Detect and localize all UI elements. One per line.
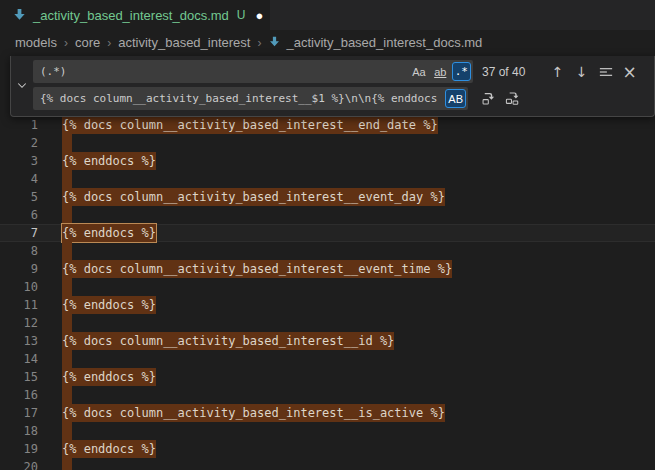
empty-line-find-match bbox=[62, 458, 72, 470]
breadcrumb-file-label: _activity_based_interest_docs.md bbox=[286, 35, 482, 50]
find-row: (.*) Aa ab .* 37 of 40 ↑ ↓ × bbox=[33, 58, 654, 85]
line-content: {% docs column__activity_based_interest_… bbox=[62, 260, 452, 278]
editor-line[interactable]: 3{% enddocs %} bbox=[0, 152, 655, 170]
line-content: {% docs column__activity_based_interest_… bbox=[62, 332, 394, 350]
replace-input-value: {% docs column__activity_based_interest_… bbox=[40, 92, 443, 105]
replace-row: {% docs column__activity_based_interest_… bbox=[33, 85, 654, 112]
editor[interactable]: 1{% docs column__activity_based_interest… bbox=[0, 116, 655, 470]
replace-actions bbox=[475, 88, 523, 109]
editor-tab[interactable]: _activity_based_interest_docs.md U ● bbox=[0, 0, 270, 30]
breadcrumb-separator: › bbox=[107, 36, 111, 50]
empty-line-find-match bbox=[62, 314, 72, 332]
empty-line-find-match bbox=[62, 422, 72, 440]
previous-match-button[interactable]: ↑ bbox=[547, 61, 568, 82]
line-number: 2 bbox=[0, 134, 38, 152]
find-match-highlight: {% docs column__activity_based_interest_… bbox=[62, 188, 445, 206]
line-content bbox=[62, 170, 72, 188]
line-content bbox=[62, 206, 72, 224]
line-number: 15 bbox=[0, 368, 38, 386]
line-number: 9 bbox=[0, 260, 38, 278]
find-match-highlight: {% docs column__activity_based_interest_… bbox=[62, 332, 394, 350]
next-match-button[interactable]: ↓ bbox=[571, 61, 592, 82]
find-input-value: (.*) bbox=[40, 65, 407, 78]
editor-line[interactable]: 2 bbox=[0, 134, 655, 152]
git-status-badge: U bbox=[237, 8, 246, 22]
editor-line[interactable]: 15{% enddocs %} bbox=[0, 368, 655, 386]
find-input[interactable]: (.*) Aa ab .* bbox=[33, 60, 473, 83]
breadcrumb-item-activity-based-interest[interactable]: activity_based_interest bbox=[118, 35, 250, 50]
replace-all-button[interactable] bbox=[502, 88, 523, 109]
empty-line-find-match bbox=[62, 242, 72, 260]
editor-line[interactable]: 11{% enddocs %} bbox=[0, 296, 655, 314]
breadcrumb-item-file[interactable]: _activity_based_interest_docs.md bbox=[268, 35, 482, 50]
editor-line[interactable]: 8 bbox=[0, 242, 655, 260]
line-number: 16 bbox=[0, 386, 38, 404]
editor-line[interactable]: 12 bbox=[0, 314, 655, 332]
line-number: 6 bbox=[0, 206, 38, 224]
editor-line[interactable]: 20 bbox=[0, 458, 655, 470]
editor-line[interactable]: 19{% enddocs %} bbox=[0, 440, 655, 458]
line-content bbox=[62, 458, 72, 470]
find-in-selection-button[interactable] bbox=[595, 61, 616, 82]
editor-line[interactable]: 5{% docs column__activity_based_interest… bbox=[0, 188, 655, 206]
editor-line[interactable]: 6 bbox=[0, 206, 655, 224]
markdown-file-icon bbox=[12, 8, 27, 23]
empty-line-find-match bbox=[62, 386, 72, 404]
find-actions: ↑ ↓ × bbox=[544, 61, 654, 82]
find-match-highlight: {% enddocs %} bbox=[62, 224, 156, 242]
find-match-highlight: {% enddocs %} bbox=[62, 440, 156, 458]
line-number: 20 bbox=[0, 458, 38, 470]
find-match-highlight: {% docs column__activity_based_interest_… bbox=[62, 116, 438, 134]
replace-icon bbox=[481, 91, 496, 106]
whole-word-button[interactable]: ab bbox=[431, 62, 450, 81]
line-content: {% docs column__activity_based_interest_… bbox=[62, 188, 445, 206]
empty-line-find-match bbox=[62, 278, 72, 296]
find-match-highlight: {% docs column__activity_based_interest_… bbox=[62, 260, 452, 278]
breadcrumb: models › core › activity_based_interest … bbox=[0, 30, 655, 55]
toggle-replace-button[interactable] bbox=[11, 58, 33, 112]
line-content bbox=[62, 278, 72, 296]
editor-line[interactable]: 4 bbox=[0, 170, 655, 188]
line-content: {% enddocs %} bbox=[62, 296, 156, 314]
line-content: {% enddocs %} bbox=[62, 152, 156, 170]
line-number: 19 bbox=[0, 440, 38, 458]
replace-input[interactable]: {% docs column__activity_based_interest_… bbox=[33, 87, 468, 110]
empty-line-find-match bbox=[62, 206, 72, 224]
line-number: 7 bbox=[0, 224, 38, 242]
line-content: {% enddocs %} bbox=[62, 224, 156, 242]
editor-line[interactable]: 13{% docs column__activity_based_interes… bbox=[0, 332, 655, 350]
editor-line[interactable]: 7{% enddocs %} bbox=[0, 224, 655, 242]
editor-line[interactable]: 17{% docs column__activity_based_interes… bbox=[0, 404, 655, 422]
line-content bbox=[62, 134, 72, 152]
markdown-file-icon bbox=[268, 36, 281, 49]
editor-line[interactable]: 18 bbox=[0, 422, 655, 440]
replace-button[interactable] bbox=[478, 88, 499, 109]
line-content: {% enddocs %} bbox=[62, 440, 156, 458]
unsaved-changes-indicator[interactable]: ● bbox=[256, 9, 264, 22]
line-number: 10 bbox=[0, 278, 38, 296]
close-find-widget-button[interactable]: × bbox=[619, 61, 640, 82]
editor-line[interactable]: 1{% docs column__activity_based_interest… bbox=[0, 116, 655, 134]
editor-line[interactable]: 14 bbox=[0, 350, 655, 368]
editor-line[interactable]: 16 bbox=[0, 386, 655, 404]
find-match-highlight: {% enddocs %} bbox=[62, 368, 156, 386]
line-number: 12 bbox=[0, 314, 38, 332]
breadcrumb-item-core[interactable]: core bbox=[75, 35, 100, 50]
breadcrumb-item-models[interactable]: models bbox=[15, 35, 57, 50]
regex-button[interactable]: .* bbox=[452, 62, 471, 81]
breadcrumb-separator: › bbox=[64, 36, 68, 50]
line-number: 3 bbox=[0, 152, 38, 170]
editor-line[interactable]: 9{% docs column__activity_based_interest… bbox=[0, 260, 655, 278]
line-content: {% enddocs %} bbox=[62, 368, 156, 386]
editor-line[interactable]: 10 bbox=[0, 278, 655, 296]
line-content: {% docs column__activity_based_interest_… bbox=[62, 116, 438, 134]
find-match-highlight: {% docs column__activity_based_interest_… bbox=[62, 404, 445, 422]
line-number: 5 bbox=[0, 188, 38, 206]
line-number: 18 bbox=[0, 422, 38, 440]
find-widget: (.*) Aa ab .* 37 of 40 ↑ ↓ × bbox=[10, 56, 655, 117]
find-match-highlight: {% enddocs %} bbox=[62, 296, 156, 314]
preserve-case-button[interactable]: AB bbox=[445, 89, 466, 108]
match-case-button[interactable]: Aa bbox=[409, 62, 428, 81]
line-number: 8 bbox=[0, 242, 38, 260]
empty-line-find-match bbox=[62, 134, 72, 152]
